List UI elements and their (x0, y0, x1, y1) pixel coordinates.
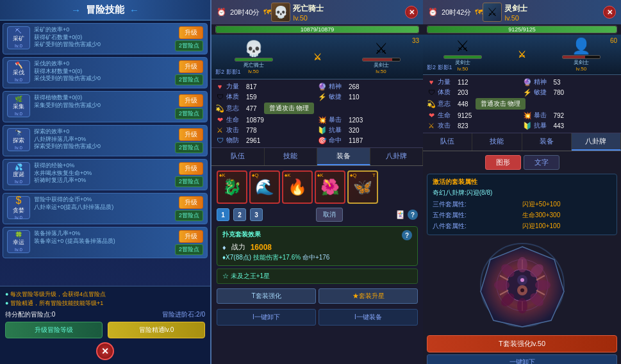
level-up-btn[interactable]: 升级冒险等级 (5, 322, 103, 338)
tab2-team[interactable]: 队伍 (423, 133, 472, 151)
skill-greed-icon: $ 贪婪 lv.0 (7, 196, 30, 219)
bagua-graphic-btn[interactable]: 图形 (485, 155, 521, 170)
one-key-down-btn2[interactable]: 一键卸下 (427, 354, 617, 364)
skill-logging-right: 升级 2冒险点 (175, 60, 203, 85)
equip-card-4[interactable]: ♠Q T 🦋 (347, 170, 378, 204)
t-strengthen-btn2[interactable]: T套装强化lv.50 (427, 335, 617, 352)
bagua-text-btn[interactable]: 文字 (524, 155, 559, 170)
skill-logging-upgrade-btn[interactable]: 升级 (179, 60, 203, 73)
close-char1-btn[interactable]: ✕ (405, 6, 418, 19)
skill-explore: 🔭 探索 lv.0 探索的效率+0 八卦牌掉落几率+0% 探索受到的冒险伤害减少… (3, 125, 208, 156)
atk2-icon: ⚔ (427, 122, 436, 130)
char2-time-icon: ⏰ (428, 8, 438, 17)
char1-ally-hp-fill (235, 58, 272, 61)
close-char2-btn[interactable]: ✕ (603, 6, 616, 19)
equip-cards-row: ♠K 🐉 ♠Q 🌊 ♠K 🔥 ♠K 🌺 ♠Q T 🦋 (214, 169, 420, 206)
one-key-equip-btn[interactable]: I一键装备 (319, 309, 418, 326)
stat-crit-row: 💥 暴击 1203 (318, 115, 419, 124)
char1-panel: ⏰ 20时40分 🗺 💀 死亡骑士 lv.50 ✕ 10879/10879 💀 (211, 0, 423, 364)
skill-bless-pts: 2冒险点 (175, 176, 203, 187)
stat-row-1r: ⚡ 敏捷 110 (318, 92, 419, 101)
pts-row: 待分配的冒险点:0 冒险进阶石:2/0 (5, 310, 205, 319)
skill-bless-content: 获得的经验+0% 水井喝水恢复生命+0% 祈祷时复活几率+0% (34, 162, 171, 185)
set-line-1: 闪迎+50+100 (522, 199, 611, 210)
equip-card-2[interactable]: ♠K 🔥 (282, 170, 313, 204)
skill-mining-upgrade-btn[interactable]: 升级 (179, 26, 203, 39)
skill-bless-lv: lv.0 (15, 179, 22, 185)
skill-greed-desc1: 冒险中获得的金币+0% (34, 196, 171, 204)
char2-hp-bar: 9125/9125 (427, 26, 617, 33)
one-key-down-btn[interactable]: I一键卸下 (217, 309, 316, 326)
svg-point-14 (517, 257, 527, 272)
skill-lucky-upgrade-btn[interactable]: 升级 (179, 230, 203, 243)
char2-lv: lv.50 (504, 14, 527, 22)
help-icon[interactable]: ? (408, 210, 418, 220)
skill-gathering-desc3: 采集受到的冒险伤害减少0 (34, 102, 171, 110)
skill-gathering-upgrade-btn[interactable]: 升级 (179, 94, 203, 107)
stat2-agi: ⚡ 敏捷 780 (523, 88, 618, 97)
char2-hp-text: 9125/9125 (427, 26, 617, 33)
cancel-equip-btn[interactable]: 取消 (316, 208, 343, 222)
skill-greed-lv: lv.0 (15, 215, 22, 220)
tab1-bagua[interactable]: 八卦牌 (370, 148, 424, 165)
battle-vs2-icon: ⚔ (518, 49, 526, 60)
skill-bless-upgrade-btn[interactable]: 升级 (179, 162, 203, 175)
skill-gathering-content: 获得植物数量+0(0) 采集受到的冒险伤害减少0 (34, 94, 171, 109)
set-line-5: 闪迎100+100 (522, 221, 611, 231)
skill-gathering-lv: lv.0 (15, 111, 22, 117)
bagua-info-box: 激活的套装属性 奇幻八卦牌:闪迎(8/8) 三件套属性: 闪迎+50+100 五… (427, 174, 617, 235)
stat-strength: 817 (246, 83, 257, 90)
tab2-equip[interactable]: 装备 (522, 133, 572, 151)
skill-explore-right: 升级 2冒险点 (175, 128, 203, 153)
tab2-bagua[interactable]: 八卦牌 (572, 133, 621, 151)
skill-lucky-icon: 🍀 幸运 lv.0 (7, 230, 30, 253)
skill-logging-desc3: 采伐受到的冒险伤害减少0 (34, 75, 171, 83)
skill-explore-upgrade-btn[interactable]: 升级 (179, 128, 203, 141)
equip-card-1[interactable]: ♠Q 🌊 (249, 170, 280, 204)
num-btn-2[interactable]: 2 (233, 208, 246, 221)
suit-help-icon[interactable]: ? (402, 230, 412, 240)
skill-logging-desc1: 采伐的效率+0 (34, 60, 171, 68)
tab2-skills[interactable]: 技能 (472, 133, 522, 151)
char2-panel: ⏰ 20时42分 🗺 ⚔ 灵剑士 lv.50 ✕ 9125/9125 ⚔ (423, 0, 621, 364)
power-value: 16008 (251, 243, 272, 252)
equip-card-3[interactable]: ♠K 🌺 (315, 170, 345, 204)
num-btn-1[interactable]: 1 (217, 208, 229, 221)
hit-icon: 🎯 (318, 136, 327, 145)
char1-enemy: ⚔ 吴剑士 lv.50 (362, 40, 401, 74)
spi2-icon: 🔮 (523, 78, 532, 87)
stat2-hp: ❤ 生命 9125 (427, 111, 522, 120)
bagua-area: 图形 文字 激活的套装属性 奇幻八卦牌:闪迎(8/8) 三件套属性: 闪迎+50… (423, 151, 621, 364)
skill-greed-upgrade-btn[interactable]: 升级 (179, 196, 203, 209)
pdef-icon: 🛡 (215, 136, 224, 144)
skill-mining-desc1: 采矿的效率+0 (34, 26, 171, 34)
svg-point-16 (535, 280, 551, 290)
skill-gathering-right: 升级 2冒险点 (175, 94, 203, 119)
skill-greed-right: 升级 2冒险点 (175, 196, 203, 221)
skill-bless-right: 升级 2冒险点 (175, 162, 203, 187)
t-strengthen-btn[interactable]: T套装强化 (217, 288, 316, 304)
stat-row-1: 🛡 体质 159 (215, 92, 317, 101)
tab1-skills[interactable]: 技能 (265, 148, 318, 165)
skill-explore-name: 探索 (13, 136, 24, 145)
char1-header: ⏰ 20时40分 🗺 💀 死亡骑士 lv.50 ✕ (211, 0, 423, 24)
close-panel1-btn[interactable]: ✕ (96, 342, 114, 360)
mastery-btn[interactable]: 冒险精通lv.0 (108, 322, 205, 338)
panel1-info1: ● 每次冒险等级升级，会获得4点冒险点 (5, 290, 205, 299)
skill-explore-desc2: 八卦牌掉落几率+0% (34, 136, 171, 144)
char2-title-area: ⚔ 灵剑士 lv.50 (483, 3, 527, 22)
tab1-equip[interactable]: 装备 (317, 148, 370, 165)
stat2-atk: ⚔ 攻击 823 (427, 121, 522, 130)
stat-row-0: ♥ 力量 817 (215, 82, 317, 91)
skill-lucky-lv: lv.0 (15, 247, 22, 252)
char1-enemy-label: 吴剑士 (374, 62, 389, 69)
char2-tabs: 队伍 技能 装备 八卦牌 (423, 133, 621, 151)
char1-shadow-label: 影2 影影1 (215, 68, 241, 76)
num-btn-3[interactable]: 3 (250, 208, 263, 221)
char2-enemy-sprite: 👤 (572, 37, 591, 55)
tab1-team[interactable]: 队伍 (211, 148, 265, 165)
star-upgrade-btn[interactable]: ★套装升星 (319, 288, 418, 304)
equip-card-0[interactable]: ♠K 🐉 (217, 170, 247, 204)
skill-logging-icon: 🪓 采伐 lv.0 (7, 60, 30, 83)
skill-greed: $ 贪婪 lv.0 冒险中获得的金币+0% 八卦幸运+0(提高八卦掉落品质) 升… (3, 193, 208, 224)
